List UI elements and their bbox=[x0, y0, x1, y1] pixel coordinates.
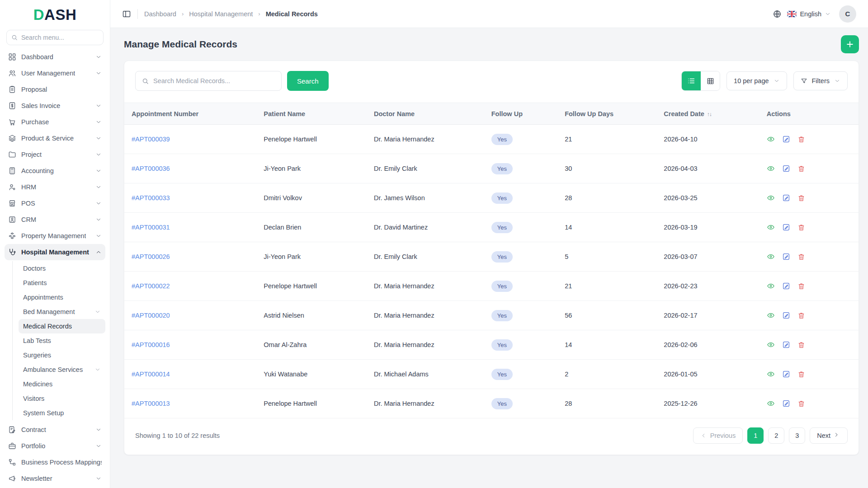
sidebar-subitem-medical-records[interactable]: Medical Records bbox=[19, 319, 105, 333]
view-button[interactable] bbox=[767, 399, 775, 408]
view-button[interactable] bbox=[767, 194, 775, 202]
edit-button[interactable] bbox=[782, 282, 790, 290]
breadcrumb-item-dashboard[interactable]: Dashboard bbox=[144, 10, 176, 18]
sidebar-item-property-management[interactable]: Property Management bbox=[5, 228, 105, 244]
sidebar-item-hospital-management[interactable]: Hospital Management bbox=[5, 244, 105, 260]
delete-button[interactable] bbox=[797, 371, 805, 378]
search-button[interactable]: Search bbox=[287, 71, 329, 91]
appointment-number-link[interactable]: #APT000016 bbox=[132, 341, 170, 348]
grid-view-button[interactable] bbox=[701, 71, 720, 90]
appointment-number-link[interactable]: #APT000022 bbox=[132, 282, 170, 290]
edit-button[interactable] bbox=[782, 399, 790, 408]
delete-button[interactable] bbox=[797, 341, 805, 349]
view-button[interactable] bbox=[767, 282, 775, 290]
follow-up-badge: Yes bbox=[491, 310, 513, 321]
appointment-number-link[interactable]: #APT000013 bbox=[132, 400, 170, 407]
chevron-right-icon bbox=[834, 432, 840, 439]
sidebar-item-crm[interactable]: CRM bbox=[5, 211, 105, 228]
sidebar-toggle-button[interactable] bbox=[122, 9, 131, 19]
sidebar-item-dashboard[interactable]: Dashboard bbox=[5, 49, 105, 65]
page-button-1[interactable]: 1 bbox=[747, 427, 764, 444]
sidebar-item-project[interactable]: Project bbox=[5, 146, 105, 163]
sidebar-subitem-medicines[interactable]: Medicines bbox=[19, 377, 105, 391]
previous-page-button[interactable]: Previous bbox=[693, 427, 743, 444]
sidebar-subitem-patients[interactable]: Patients bbox=[19, 276, 105, 290]
edit-button[interactable] bbox=[782, 311, 790, 319]
sidebar-subitem-system-setup[interactable]: System Setup bbox=[19, 406, 105, 420]
sidebar-item-newsletter[interactable]: Newsletter bbox=[5, 470, 105, 487]
sidebar-search-input[interactable] bbox=[6, 30, 104, 45]
delete-button[interactable] bbox=[797, 312, 805, 319]
appointment-number-link[interactable]: #APT000020 bbox=[132, 312, 170, 319]
trash-icon bbox=[797, 341, 805, 349]
add-record-button[interactable] bbox=[841, 35, 859, 53]
sidebar-item-purchase[interactable]: Purchase bbox=[5, 114, 105, 130]
records-search-input[interactable] bbox=[153, 77, 275, 84]
sidebar-item-pos[interactable]: POS bbox=[5, 195, 105, 211]
appointment-number-link[interactable]: #APT000036 bbox=[132, 165, 170, 172]
sidebar-subitem-surgeries[interactable]: Surgeries bbox=[19, 348, 105, 362]
row-actions bbox=[767, 223, 851, 231]
view-button[interactable] bbox=[767, 253, 775, 261]
table-row: #APT000016Omar Al-ZahraDr. Maria Hernand… bbox=[124, 330, 859, 360]
language-selector[interactable]: English bbox=[787, 10, 831, 18]
view-button[interactable] bbox=[767, 164, 775, 173]
delete-button[interactable] bbox=[797, 165, 805, 173]
edit-button[interactable] bbox=[782, 194, 790, 202]
sidebar-item-sales-invoice[interactable]: Sales Invoice bbox=[5, 98, 105, 114]
sidebar-subitem-bed-management[interactable]: Bed Management bbox=[19, 305, 105, 319]
avatar[interactable]: C bbox=[839, 5, 856, 23]
sidebar-item-accounting[interactable]: Accounting bbox=[5, 163, 105, 179]
delete-button[interactable] bbox=[797, 253, 805, 261]
list-view-button[interactable] bbox=[682, 71, 701, 90]
view-button[interactable] bbox=[767, 370, 775, 378]
view-button[interactable] bbox=[767, 341, 775, 349]
edit-button[interactable] bbox=[782, 164, 790, 173]
delete-button[interactable] bbox=[797, 136, 805, 143]
view-button[interactable] bbox=[767, 135, 775, 143]
sidebar-item-contract[interactable]: Contract bbox=[5, 422, 105, 438]
view-button[interactable] bbox=[767, 223, 775, 231]
sidebar-subitem-lab-tests[interactable]: Lab Tests bbox=[19, 333, 105, 348]
column-header-created-date[interactable]: Created Date↑↓ bbox=[656, 103, 759, 125]
delete-button[interactable] bbox=[797, 282, 805, 290]
chevron-left-icon bbox=[700, 432, 707, 439]
delete-button[interactable] bbox=[797, 400, 805, 408]
sidebar-item-product-service[interactable]: Product & Service bbox=[5, 130, 105, 146]
breadcrumb-item-hospital-management[interactable]: Hospital Management bbox=[189, 10, 253, 18]
delete-button[interactable] bbox=[797, 194, 805, 202]
page-button-3[interactable]: 3 bbox=[789, 427, 805, 444]
next-page-button[interactable]: Next bbox=[810, 427, 848, 444]
view-button[interactable] bbox=[767, 311, 775, 319]
filters-button[interactable]: Filters bbox=[793, 71, 848, 90]
per-page-select[interactable]: 10 per page bbox=[726, 71, 787, 90]
page-body: Manage Medical Records Search 10 per pag… bbox=[110, 28, 868, 488]
appointment-number-link[interactable]: #APT000039 bbox=[132, 136, 170, 143]
chevron-down-icon bbox=[95, 443, 102, 449]
appointment-number-link[interactable]: #APT000026 bbox=[132, 253, 170, 260]
sidebar-item-hrm[interactable]: HRM bbox=[5, 179, 105, 195]
sidebar-subitem-label: Ambulance Services bbox=[23, 366, 83, 373]
sidebar-item-proposal[interactable]: Proposal bbox=[5, 81, 105, 98]
appointment-number-link[interactable]: #APT000033 bbox=[132, 194, 170, 202]
edit-button[interactable] bbox=[782, 135, 790, 143]
appointment-number-link[interactable]: #APT000014 bbox=[132, 371, 170, 378]
globe-icon[interactable] bbox=[773, 9, 782, 19]
sidebar-item-portfolio[interactable]: Portfolio bbox=[5, 438, 105, 454]
chevron-down-icon bbox=[95, 135, 102, 141]
sidebar-subitem-appointments[interactable]: Appointments bbox=[19, 290, 105, 305]
sidebar-subitem-visitors[interactable]: Visitors bbox=[19, 391, 105, 406]
delete-button[interactable] bbox=[797, 224, 805, 231]
sidebar-item-business-process-mappings[interactable]: Business Process Mappings bbox=[5, 454, 105, 470]
sidebar-subitem-doctors[interactable]: Doctors bbox=[19, 261, 105, 276]
patient-name-cell: Dmitri Volkov bbox=[256, 183, 367, 213]
edit-button[interactable] bbox=[782, 341, 790, 349]
page-button-2[interactable]: 2 bbox=[768, 427, 784, 444]
sidebar-subitem-ambulance-services[interactable]: Ambulance Services bbox=[19, 362, 105, 377]
sidebar-item-user-management[interactable]: User Management bbox=[5, 65, 105, 81]
appointment-number-link[interactable]: #APT000031 bbox=[132, 224, 170, 231]
edit-button[interactable] bbox=[782, 253, 790, 261]
clipboard-icon bbox=[8, 85, 16, 94]
edit-button[interactable] bbox=[782, 223, 790, 231]
edit-button[interactable] bbox=[782, 370, 790, 378]
